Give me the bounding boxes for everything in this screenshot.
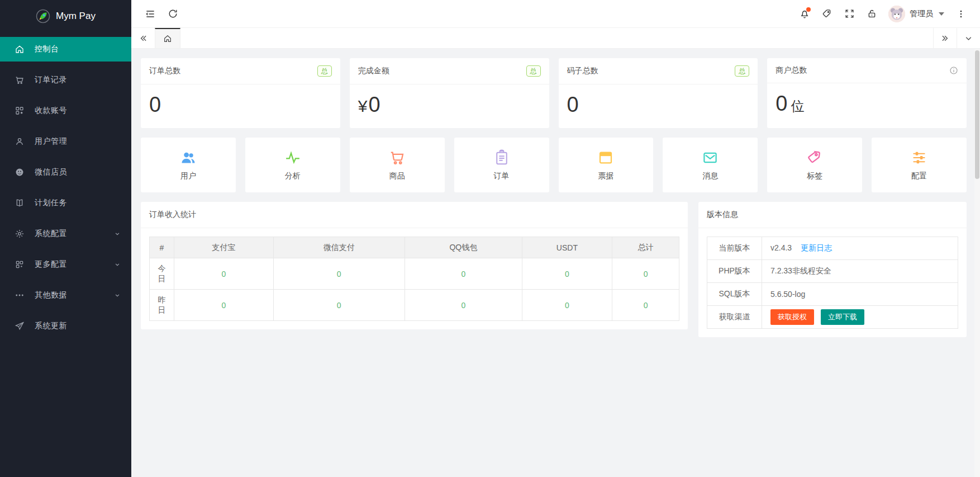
version-row-channel: 获取渠道 获取授权 立即下载: [707, 306, 958, 329]
sidebar-item-tasks[interactable]: 计划任务: [0, 191, 131, 215]
tag-icon[interactable]: [816, 0, 838, 28]
fullscreen-icon[interactable]: [838, 0, 860, 28]
sidebar-item-dashboard[interactable]: 控制台: [0, 37, 131, 62]
shortcut-label: 订单: [494, 171, 510, 181]
gear-icon: [15, 229, 25, 239]
sidebar-item-system-update[interactable]: 系统更新: [0, 314, 131, 338]
version-table: 当前版本 v2.4.3更新日志 PHP版本 7.2.33非线程安全 SQL版本 …: [707, 237, 958, 329]
info-icon[interactable]: [949, 66, 958, 75]
download-now-button[interactable]: 立即下载: [821, 309, 864, 325]
col-header: QQ钱包: [405, 237, 522, 258]
cell-value: 0: [405, 258, 522, 290]
shortcut-label: 标签: [807, 171, 822, 181]
chevron-down-icon: [113, 230, 121, 238]
cart-icon: [15, 75, 25, 85]
cell-value: 0: [612, 290, 679, 321]
sidebar-item-label: 订单记录: [35, 75, 121, 85]
income-panel-title: 订单收入统计: [141, 202, 688, 228]
sidebar-item-wechat-staff[interactable]: 微信店员: [0, 160, 131, 185]
sidebar-item-users[interactable]: 用户管理: [0, 129, 131, 154]
app-logo[interactable]: Mym Pay: [0, 0, 131, 32]
vertical-scrollbar[interactable]: [974, 49, 980, 477]
shortcut-label: 商品: [389, 171, 405, 181]
col-header: 微信支付: [273, 237, 405, 258]
stat-title: 商户总数: [776, 65, 807, 75]
version-panel-title: 版本信息: [698, 202, 967, 228]
activity-icon: [284, 149, 302, 166]
grid-icon: [15, 259, 25, 270]
shortcut-analytics[interactable]: 分析: [245, 138, 340, 192]
tabs-dropdown-icon[interactable]: [957, 28, 980, 48]
tab-spacer: [180, 28, 933, 48]
notifications-bell-icon[interactable]: [793, 0, 816, 28]
shortcut-orders[interactable]: 订单: [454, 138, 549, 192]
sidebar-item-label: 更多配置: [35, 259, 113, 270]
home-icon: [163, 34, 172, 43]
shortcut-tickets[interactable]: 票据: [559, 138, 654, 192]
shortcut-row: 用户 分析 商品 订单: [141, 138, 967, 192]
cell-value: 0: [174, 290, 274, 321]
version-panel: 版本信息 当前版本 v2.4.3更新日志 PHP版本 7.2.33非线程安全: [698, 202, 967, 337]
sidebar-item-other-data[interactable]: 其他数据: [0, 283, 131, 308]
more-kebab-icon[interactable]: [950, 0, 972, 28]
col-header: USDT: [522, 237, 612, 258]
tabs-scroll-right-icon[interactable]: [933, 28, 957, 48]
topbar-right: 管理员: [793, 0, 972, 28]
sidebar-menu: 控制台 订单记录 收款账号 用户管理 微信店员: [0, 32, 131, 344]
stat-card-completed-amount: 完成金额 总 ¥0: [350, 58, 549, 128]
shortcut-messages[interactable]: 消息: [663, 138, 758, 192]
user-icon: [15, 136, 25, 147]
mail-icon: [701, 149, 719, 166]
cart-icon: [388, 149, 406, 166]
stats-row: 订单总数 总 0 完成金额 总 ¥0 码子总数 总 0: [141, 58, 967, 128]
cell-value: 0: [174, 258, 274, 290]
stat-value: 0: [141, 84, 340, 128]
sidebar-item-orders[interactable]: 订单记录: [0, 68, 131, 92]
sidebar-item-more-config[interactable]: 更多配置: [0, 252, 131, 277]
sidebar-item-accounts[interactable]: 收款账号: [0, 98, 131, 123]
shortcut-settings[interactable]: 配置: [872, 138, 967, 192]
shortcut-tags[interactable]: 标签: [767, 138, 862, 192]
version-row-current: 当前版本 v2.4.3更新日志: [707, 237, 958, 260]
version-value: 7.2.33非线程安全: [762, 260, 958, 283]
stat-card-total-merchants: 商户总数 0位: [767, 58, 967, 128]
cell-value: 0: [522, 258, 612, 290]
scrollbar-thumb[interactable]: [975, 50, 979, 179]
avatar: [888, 6, 905, 22]
row-label: 今日: [150, 258, 174, 290]
user-menu[interactable]: 管理员: [883, 6, 950, 22]
collapse-menu-icon[interactable]: [139, 0, 161, 28]
lock-icon[interactable]: [860, 0, 883, 28]
sidebar-item-label: 控制台: [35, 44, 121, 54]
topbar: 管理员: [131, 0, 980, 28]
total-badge: 总: [317, 65, 332, 77]
book-icon: [15, 198, 25, 208]
version-value: 5.6.50-log: [762, 283, 958, 306]
tab-home[interactable]: [155, 28, 180, 48]
refresh-icon[interactable]: [161, 0, 184, 28]
get-license-button[interactable]: 获取授权: [770, 309, 814, 325]
version-row-sql: SQL版本 5.6.50-log: [707, 283, 958, 306]
version-row-php: PHP版本 7.2.33非线程安全: [707, 260, 958, 283]
chevron-down-icon: [113, 261, 121, 268]
wechat-icon: [15, 167, 25, 177]
tabs-scroll-left-icon[interactable]: [131, 28, 155, 48]
row-label: 获取渠道: [707, 306, 762, 329]
main-area: 管理员: [131, 0, 980, 477]
sidebar-item-label: 系统更新: [35, 321, 121, 331]
panels-row: 订单收入统计 # 支付宝 微信支付 QQ钱包 USDT 总计: [141, 202, 967, 337]
table-row-today: 今日 0 0 0 0 0: [150, 258, 679, 290]
sidebar-item-label: 计划任务: [35, 198, 121, 208]
user-name: 管理员: [910, 9, 933, 19]
sidebar-item-system-config[interactable]: 系统配置: [0, 221, 131, 246]
stat-title: 完成金额: [358, 66, 389, 76]
stat-title: 订单总数: [149, 66, 180, 76]
sidebar-item-label: 收款账号: [35, 106, 121, 116]
shortcut-products[interactable]: 商品: [350, 138, 445, 192]
stat-value: 0位: [767, 83, 967, 127]
changelog-link[interactable]: 更新日志: [801, 243, 832, 252]
row-label: 当前版本: [707, 237, 762, 260]
sidebar: Mym Pay 控制台 订单记录 收款账号 用户管理: [0, 0, 131, 477]
shortcut-users[interactable]: 用户: [141, 138, 236, 192]
shortcut-label: 分析: [285, 171, 301, 181]
